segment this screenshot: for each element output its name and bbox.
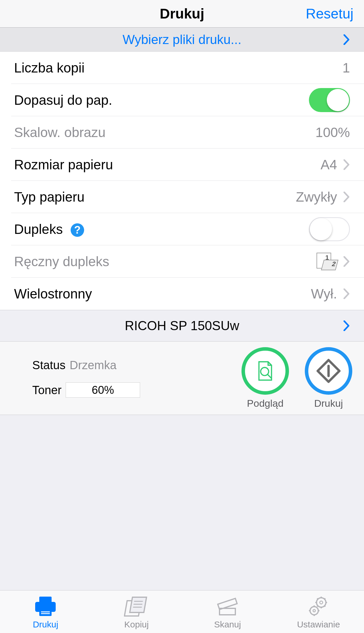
reset-button[interactable]: Resetuj: [306, 6, 353, 22]
manual-duplex-icon: 1 2: [314, 253, 337, 270]
fit-to-paper-toggle[interactable]: [309, 88, 350, 112]
print-button[interactable]: Drukuj: [305, 347, 352, 409]
select-files-row[interactable]: Wybierz pliki druku...: [0, 28, 364, 52]
copy-icon: [124, 594, 149, 618]
printer-icon: [33, 594, 58, 618]
chevron-right-icon: [343, 256, 350, 267]
printer-name: RICOH SP 150SUw: [125, 318, 239, 333]
tab-bar: Drukuj Kopiuj Skanuj: [0, 590, 364, 633]
copies-label: Liczba kopii: [14, 60, 342, 76]
multipage-label: Wielostronny: [14, 286, 311, 302]
manual-duplex-row[interactable]: Ręczny dupleks 1 2: [11, 245, 364, 278]
chevron-right-icon: [343, 159, 350, 170]
preview-button[interactable]: Podgląd: [241, 347, 289, 409]
paper-size-label: Rozmiar papieru: [14, 157, 321, 173]
print-icon: [305, 347, 352, 395]
svg-point-26: [313, 610, 315, 612]
chevron-right-icon: [343, 320, 350, 331]
svg-rect-10: [130, 597, 147, 612]
help-icon[interactable]: ?: [71, 223, 84, 237]
copies-row[interactable]: Liczba kopii 1: [11, 52, 364, 84]
duplex-row: Dupleks ?: [11, 213, 364, 245]
multipage-value: Wył.: [311, 286, 337, 302]
paper-type-row[interactable]: Typ papieru Zwykły: [11, 181, 364, 213]
copies-value: 1: [342, 60, 350, 76]
multipage-row[interactable]: Wielostronny Wył.: [11, 278, 364, 310]
svg-line-21: [317, 598, 318, 600]
select-files-label: Wybierz pliki druku...: [123, 32, 241, 47]
svg-point-0: [261, 367, 268, 375]
gear-icon: [306, 594, 331, 618]
chevron-right-icon: [343, 288, 350, 299]
tab-scan[interactable]: Skanuj: [182, 590, 273, 633]
duplex-toggle[interactable]: [309, 217, 350, 241]
svg-point-16: [320, 601, 323, 604]
toner-bar: 60%: [66, 382, 140, 398]
preview-icon: [241, 347, 289, 395]
duplex-label: Dupleks ?: [14, 221, 309, 237]
paper-size-row[interactable]: Rozmiar papieru A4: [11, 148, 364, 181]
svg-line-24: [317, 605, 318, 607]
chevron-right-icon: [343, 34, 350, 45]
settings-list: Liczba kopii 1 Dopasuj do pap. Skalow. o…: [0, 52, 364, 310]
svg-rect-5: [39, 597, 52, 602]
image-scale-value: 100%: [315, 124, 350, 140]
manual-duplex-label: Ręczny dupleks: [14, 254, 314, 269]
page-title: Drukuj: [160, 6, 204, 22]
tab-settings[interactable]: Ustawianie: [273, 590, 364, 633]
header: Drukuj Resetuj: [0, 0, 364, 28]
chevron-right-icon: [343, 192, 350, 202]
tab-settings-label: Ustawianie: [297, 620, 340, 629]
toner-percent: 60%: [66, 383, 140, 397]
fit-to-paper-row: Dopasuj do pap.: [11, 84, 364, 116]
tab-print-label: Drukuj: [33, 620, 58, 629]
fit-to-paper-label: Dopasuj do pap.: [14, 92, 309, 108]
svg-line-22: [324, 605, 325, 607]
printer-row[interactable]: RICOH SP 150SUw: [0, 310, 364, 342]
svg-line-23: [324, 598, 325, 600]
svg-point-25: [310, 607, 318, 615]
status-label: Status: [32, 359, 65, 372]
paper-type-value: Zwykły: [296, 189, 337, 205]
paper-size-value: A4: [321, 157, 337, 173]
status-value: Drzemka: [69, 359, 116, 372]
status-section: Status Drzemka Toner 60% Podgląd: [0, 342, 364, 415]
svg-rect-6: [39, 610, 52, 616]
paper-type-label: Typ papieru: [14, 189, 296, 205]
preview-label: Podgląd: [247, 398, 284, 409]
scan-icon: [215, 594, 240, 618]
toner-label: Toner: [32, 384, 62, 397]
tab-copy[interactable]: Kopiuj: [91, 590, 182, 633]
print-label: Drukuj: [314, 398, 343, 409]
svg-line-1: [268, 374, 272, 379]
tab-print[interactable]: Drukuj: [0, 590, 91, 633]
tab-scan-label: Skanuj: [214, 620, 241, 629]
image-scale-row: Skalow. obrazu 100%: [11, 116, 364, 148]
tab-copy-label: Kopiuj: [124, 620, 149, 629]
image-scale-label: Skalow. obrazu: [14, 124, 315, 140]
